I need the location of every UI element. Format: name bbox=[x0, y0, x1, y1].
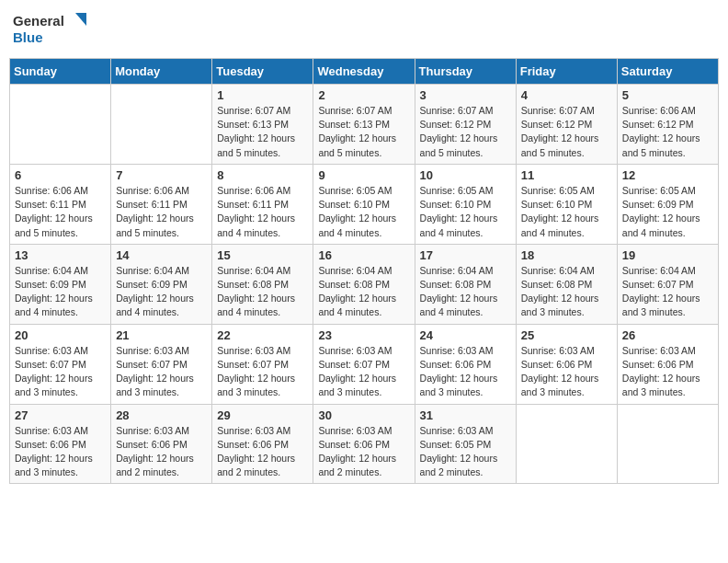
calendar-week-row: 1Sunrise: 6:07 AM Sunset: 6:13 PM Daylig… bbox=[10, 85, 719, 165]
day-number: 23 bbox=[318, 328, 409, 342]
calendar-cell: 20Sunrise: 6:03 AM Sunset: 6:07 PM Dayli… bbox=[10, 324, 111, 404]
day-info: Sunrise: 6:03 AM Sunset: 6:06 PM Dayligh… bbox=[420, 344, 511, 400]
day-info: Sunrise: 6:03 AM Sunset: 6:06 PM Dayligh… bbox=[521, 344, 612, 400]
day-number: 13 bbox=[15, 248, 106, 262]
day-number: 15 bbox=[217, 248, 308, 262]
day-info: Sunrise: 6:04 AM Sunset: 6:08 PM Dayligh… bbox=[318, 264, 409, 320]
calendar-cell: 1Sunrise: 6:07 AM Sunset: 6:13 PM Daylig… bbox=[212, 85, 313, 165]
calendar-week-row: 6Sunrise: 6:06 AM Sunset: 6:11 PM Daylig… bbox=[10, 164, 719, 244]
calendar-table: SundayMondayTuesdayWednesdayThursdayFrid… bbox=[9, 58, 719, 484]
day-number: 14 bbox=[116, 248, 207, 262]
day-number: 8 bbox=[217, 168, 308, 182]
day-info: Sunrise: 6:03 AM Sunset: 6:06 PM Dayligh… bbox=[15, 424, 106, 480]
calendar-cell: 17Sunrise: 6:04 AM Sunset: 6:08 PM Dayli… bbox=[415, 244, 516, 324]
day-number: 29 bbox=[217, 408, 308, 422]
day-number: 5 bbox=[622, 88, 713, 102]
day-info: Sunrise: 6:06 AM Sunset: 6:11 PM Dayligh… bbox=[15, 184, 106, 240]
day-number: 27 bbox=[15, 408, 106, 422]
calendar-cell: 10Sunrise: 6:05 AM Sunset: 6:10 PM Dayli… bbox=[415, 164, 516, 244]
day-info: Sunrise: 6:03 AM Sunset: 6:07 PM Dayligh… bbox=[15, 344, 106, 400]
calendar-cell: 28Sunrise: 6:03 AM Sunset: 6:06 PM Dayli… bbox=[111, 404, 212, 484]
calendar-week-row: 27Sunrise: 6:03 AM Sunset: 6:06 PM Dayli… bbox=[10, 404, 719, 484]
calendar-cell bbox=[617, 404, 718, 484]
calendar-cell: 13Sunrise: 6:04 AM Sunset: 6:09 PM Dayli… bbox=[10, 244, 111, 324]
day-info: Sunrise: 6:05 AM Sunset: 6:09 PM Dayligh… bbox=[622, 184, 713, 240]
day-number: 19 bbox=[622, 248, 713, 262]
day-number: 31 bbox=[420, 408, 511, 422]
weekday-header: Sunday bbox=[10, 59, 111, 85]
page-header: General Blue bbox=[9, 9, 719, 51]
day-info: Sunrise: 6:03 AM Sunset: 6:07 PM Dayligh… bbox=[217, 344, 308, 400]
day-number: 11 bbox=[521, 168, 612, 182]
calendar-cell: 31Sunrise: 6:03 AM Sunset: 6:05 PM Dayli… bbox=[415, 404, 516, 484]
calendar-cell bbox=[111, 85, 212, 165]
calendar-cell: 30Sunrise: 6:03 AM Sunset: 6:06 PM Dayli… bbox=[313, 404, 415, 484]
day-info: Sunrise: 6:07 AM Sunset: 6:13 PM Dayligh… bbox=[217, 104, 308, 160]
calendar-cell: 4Sunrise: 6:07 AM Sunset: 6:12 PM Daylig… bbox=[516, 85, 617, 165]
calendar-cell: 11Sunrise: 6:05 AM Sunset: 6:10 PM Dayli… bbox=[516, 164, 617, 244]
day-number: 16 bbox=[318, 248, 409, 262]
calendar-cell: 26Sunrise: 6:03 AM Sunset: 6:06 PM Dayli… bbox=[617, 324, 718, 404]
day-number: 7 bbox=[116, 168, 207, 182]
day-info: Sunrise: 6:03 AM Sunset: 6:06 PM Dayligh… bbox=[622, 344, 713, 400]
calendar-cell: 7Sunrise: 6:06 AM Sunset: 6:11 PM Daylig… bbox=[111, 164, 212, 244]
day-info: Sunrise: 6:07 AM Sunset: 6:12 PM Dayligh… bbox=[420, 104, 511, 160]
calendar-cell: 14Sunrise: 6:04 AM Sunset: 6:09 PM Dayli… bbox=[111, 244, 212, 324]
calendar-week-row: 13Sunrise: 6:04 AM Sunset: 6:09 PM Dayli… bbox=[10, 244, 719, 324]
calendar-cell: 29Sunrise: 6:03 AM Sunset: 6:06 PM Dayli… bbox=[212, 404, 313, 484]
day-info: Sunrise: 6:03 AM Sunset: 6:07 PM Dayligh… bbox=[318, 344, 409, 400]
svg-text:Blue: Blue bbox=[13, 29, 43, 45]
calendar-body: 1Sunrise: 6:07 AM Sunset: 6:13 PM Daylig… bbox=[10, 85, 719, 484]
day-info: Sunrise: 6:06 AM Sunset: 6:11 PM Dayligh… bbox=[217, 184, 308, 240]
calendar-cell: 24Sunrise: 6:03 AM Sunset: 6:06 PM Dayli… bbox=[415, 324, 516, 404]
day-number: 21 bbox=[116, 328, 207, 342]
day-info: Sunrise: 6:06 AM Sunset: 6:12 PM Dayligh… bbox=[622, 104, 713, 160]
day-info: Sunrise: 6:05 AM Sunset: 6:10 PM Dayligh… bbox=[420, 184, 511, 240]
day-info: Sunrise: 6:04 AM Sunset: 6:09 PM Dayligh… bbox=[15, 264, 106, 320]
logo-svg: General Blue bbox=[13, 9, 86, 51]
calendar-cell: 27Sunrise: 6:03 AM Sunset: 6:06 PM Dayli… bbox=[10, 404, 111, 484]
day-info: Sunrise: 6:04 AM Sunset: 6:09 PM Dayligh… bbox=[116, 264, 207, 320]
calendar-cell: 18Sunrise: 6:04 AM Sunset: 6:08 PM Dayli… bbox=[516, 244, 617, 324]
calendar-cell: 22Sunrise: 6:03 AM Sunset: 6:07 PM Dayli… bbox=[212, 324, 313, 404]
logo: General Blue bbox=[13, 9, 86, 51]
weekday-header: Tuesday bbox=[212, 59, 313, 85]
day-number: 1 bbox=[217, 88, 308, 102]
day-info: Sunrise: 6:05 AM Sunset: 6:10 PM Dayligh… bbox=[521, 184, 612, 240]
day-number: 25 bbox=[521, 328, 612, 342]
calendar-cell: 6Sunrise: 6:06 AM Sunset: 6:11 PM Daylig… bbox=[10, 164, 111, 244]
day-info: Sunrise: 6:07 AM Sunset: 6:12 PM Dayligh… bbox=[521, 104, 612, 160]
calendar-cell: 19Sunrise: 6:04 AM Sunset: 6:07 PM Dayli… bbox=[617, 244, 718, 324]
calendar-header-row: SundayMondayTuesdayWednesdayThursdayFrid… bbox=[10, 59, 719, 85]
day-info: Sunrise: 6:03 AM Sunset: 6:05 PM Dayligh… bbox=[420, 424, 511, 480]
calendar-cell: 21Sunrise: 6:03 AM Sunset: 6:07 PM Dayli… bbox=[111, 324, 212, 404]
calendar-cell: 2Sunrise: 6:07 AM Sunset: 6:13 PM Daylig… bbox=[313, 85, 415, 165]
calendar-cell: 16Sunrise: 6:04 AM Sunset: 6:08 PM Dayli… bbox=[313, 244, 415, 324]
day-info: Sunrise: 6:06 AM Sunset: 6:11 PM Dayligh… bbox=[116, 184, 207, 240]
day-number: 12 bbox=[622, 168, 713, 182]
svg-text:General: General bbox=[13, 13, 64, 29]
day-number: 24 bbox=[420, 328, 511, 342]
day-number: 20 bbox=[15, 328, 106, 342]
calendar-cell: 25Sunrise: 6:03 AM Sunset: 6:06 PM Dayli… bbox=[516, 324, 617, 404]
calendar-week-row: 20Sunrise: 6:03 AM Sunset: 6:07 PM Dayli… bbox=[10, 324, 719, 404]
day-info: Sunrise: 6:03 AM Sunset: 6:06 PM Dayligh… bbox=[318, 424, 409, 480]
day-info: Sunrise: 6:03 AM Sunset: 6:07 PM Dayligh… bbox=[116, 344, 207, 400]
day-number: 30 bbox=[318, 408, 409, 422]
weekday-header: Monday bbox=[111, 59, 212, 85]
day-number: 26 bbox=[622, 328, 713, 342]
calendar-cell bbox=[10, 85, 111, 165]
weekday-header: Wednesday bbox=[313, 59, 415, 85]
weekday-header: Saturday bbox=[617, 59, 718, 85]
day-number: 22 bbox=[217, 328, 308, 342]
calendar-cell: 8Sunrise: 6:06 AM Sunset: 6:11 PM Daylig… bbox=[212, 164, 313, 244]
day-number: 4 bbox=[521, 88, 612, 102]
calendar-cell bbox=[516, 404, 617, 484]
calendar-cell: 23Sunrise: 6:03 AM Sunset: 6:07 PM Dayli… bbox=[313, 324, 415, 404]
day-info: Sunrise: 6:03 AM Sunset: 6:06 PM Dayligh… bbox=[116, 424, 207, 480]
day-info: Sunrise: 6:04 AM Sunset: 6:08 PM Dayligh… bbox=[217, 264, 308, 320]
calendar-cell: 12Sunrise: 6:05 AM Sunset: 6:09 PM Dayli… bbox=[617, 164, 718, 244]
day-number: 18 bbox=[521, 248, 612, 262]
day-number: 28 bbox=[116, 408, 207, 422]
day-number: 17 bbox=[420, 248, 511, 262]
